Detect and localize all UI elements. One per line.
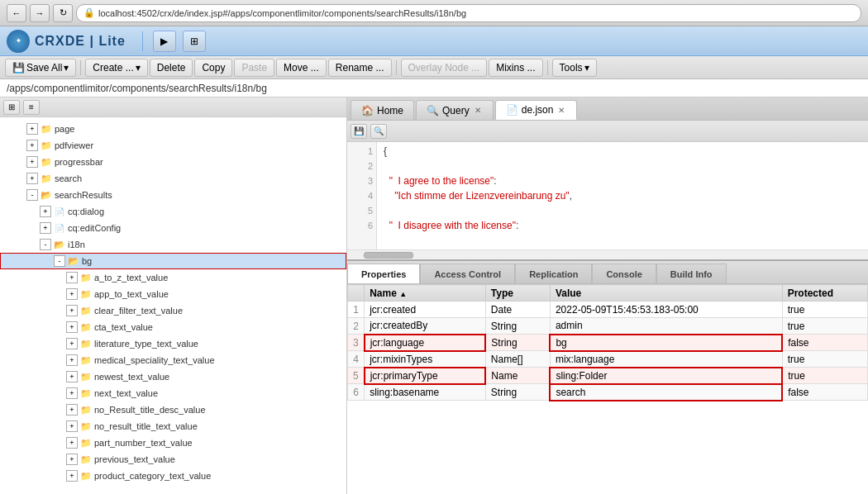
tab-dejson[interactable]: 📄 de.json ✕	[495, 100, 578, 120]
copy-button[interactable]: Copy	[194, 59, 232, 77]
code-content: { " I agree to the license": "Ich stimme…	[377, 142, 868, 249]
tree-item-a-to-z[interactable]: + 📁 a_to_z_text_value	[0, 269, 346, 286]
tool-icon-2[interactable]: ⊞	[183, 31, 206, 52]
tree-toggle-bg[interactable]: -	[54, 255, 65, 267]
tree-item-apptotextvalue[interactable]: + 📁 app_to_text_value	[0, 286, 346, 302]
tree-item-cqeditconfig[interactable]: + 📄 cq:editConfig	[0, 220, 346, 236]
table-row-jcrprimarytype[interactable]: 5 jcr:primaryType Name sling:Folder true	[348, 368, 868, 384]
tree-toggle-clearfilter[interactable]: +	[66, 305, 78, 316]
tree-item-progressbar[interactable]: + 📁 progressbar	[0, 154, 346, 170]
table-row[interactable]: 4 jcr:mixinTypes Name[] mix:language tru…	[348, 351, 868, 368]
tree-toggle-cqeditconfig[interactable]: +	[40, 222, 51, 234]
browser-toolbar: ← → ↻ 🔒 localhost:4502/crx/de/index.jsp#…	[0, 0, 868, 26]
line-numbers: 1 2 3 4 5 6	[347, 142, 377, 249]
folder-icon-i18n: 📂	[53, 238, 66, 251]
tab-build-info[interactable]: Build Info	[656, 264, 727, 283]
refresh-button[interactable]: ↻	[53, 4, 73, 22]
tree-tool-2[interactable]: ≡	[23, 100, 40, 115]
rename-button[interactable]: Rename ...	[328, 59, 392, 77]
toolbar-sep-3	[547, 60, 548, 75]
tree-item-pdfviewer[interactable]: + 📁 pdfviewer	[0, 137, 346, 154]
mixins-button[interactable]: Mixins ...	[489, 59, 542, 77]
h-scroll-thumb[interactable]	[364, 252, 413, 259]
h-scrollbar[interactable]	[347, 249, 868, 259]
tree-toggle-search[interactable]: +	[26, 173, 38, 184]
tree-item-productcat[interactable]: + 📁 product_category_text_value	[0, 468, 346, 484]
url-bar[interactable]: 🔒 localhost:4502/crx/de/index.jsp#/apps/…	[76, 4, 861, 22]
tools-button[interactable]: Tools ▾	[552, 59, 597, 77]
tree-item-cqdialog[interactable]: + 📄 cq:dialog	[0, 203, 346, 220]
tree-item-page[interactable]: + 📁 page	[0, 121, 346, 137]
tree-item-noresulttitledesc[interactable]: + 📁 no_Result_title_desc_value	[0, 401, 346, 418]
tree-area[interactable]: + 📁 page + 📁 pdfviewer + 📁 progressbar	[0, 117, 346, 494]
dejson-close-icon[interactable]: ✕	[556, 105, 566, 115]
tree-item-clearfilter[interactable]: + 📁 clear_filter_text_value	[0, 302, 346, 319]
tree-toggle-noresulttitledesc[interactable]: +	[66, 404, 78, 416]
tree-toggle-progressbar[interactable]: +	[26, 156, 38, 168]
back-button[interactable]: ←	[7, 4, 26, 22]
delete-button[interactable]: Delete	[150, 59, 193, 77]
tree-item-bg[interactable]: - 📂 bg	[0, 253, 346, 269]
tree-item-medspec[interactable]: + 📁 medical_speciality_text_value	[0, 352, 346, 368]
tree-toggle-medspec[interactable]: +	[66, 354, 78, 366]
tree-toggle-previous[interactable]: +	[66, 454, 78, 465]
folder-icon-search: 📁	[40, 172, 53, 185]
editor-tool-1[interactable]: 💾	[351, 124, 367, 139]
tab-properties[interactable]: Properties	[347, 264, 420, 283]
table-row-jcrlanguage[interactable]: 3 jcr:language String bg false	[348, 335, 868, 351]
table-row[interactable]: 2 jcr:createdBy String admin true	[348, 318, 868, 335]
tree-toggle-apptotextvalue[interactable]: +	[66, 288, 78, 300]
tab-replication[interactable]: Replication	[515, 264, 592, 283]
tree-tool-1[interactable]: ⊞	[3, 100, 20, 115]
tab-home[interactable]: 🏠 Home	[351, 100, 414, 120]
tree-item-ctatext[interactable]: + 📁 cta_text_value	[0, 319, 346, 335]
tree-toggle-ctatext[interactable]: +	[66, 321, 78, 333]
tree-toggle-littype[interactable]: +	[66, 338, 78, 349]
editor-tool-2[interactable]: 🔍	[370, 124, 387, 139]
query-close-icon[interactable]: ✕	[473, 106, 483, 116]
overlay-node-button[interactable]: Overlay Node ...	[401, 59, 488, 77]
save-all-button[interactable]: 💾 Save All ▾	[5, 59, 76, 77]
tree-item-previous[interactable]: + 📁 previous_text_value	[0, 451, 346, 468]
paste-button[interactable]: Paste	[234, 59, 274, 77]
main-area: ⊞ ≡ + 📁 page + 📁 pdfviewer + 📁	[0, 97, 868, 494]
url-text: localhost:4502/crx/de/index.jsp#/apps/co…	[98, 8, 466, 18]
table-row[interactable]: 1 jcr:created Date 2022-05-09T15:45:53.1…	[348, 302, 868, 318]
create-button[interactable]: Create ... ▾	[85, 59, 147, 77]
tree-item-littype[interactable]: + 📁 literature_type_text_value	[0, 335, 346, 352]
folder-icon-productcat: 📁	[79, 469, 93, 482]
tree-toggle-pdfviewer[interactable]: +	[26, 140, 38, 151]
tree-toggle-searchresults[interactable]: -	[26, 189, 38, 201]
tree-toggle-page[interactable]: +	[26, 123, 38, 135]
file-tree-panel: ⊞ ≡ + 📁 page + 📁 pdfviewer + 📁	[0, 97, 347, 494]
tree-toggle-atoz[interactable]: +	[66, 272, 78, 283]
tab-console[interactable]: Console	[592, 264, 656, 283]
folder-icon-littype: 📁	[79, 337, 93, 350]
col-name[interactable]: Name ▲	[365, 285, 486, 302]
breadcrumb-text: /apps/componentlimitor/components/search…	[7, 83, 267, 94]
tree-toggle-cqdialog[interactable]: +	[40, 206, 51, 217]
tree-toggle-productcat[interactable]: +	[66, 470, 78, 482]
tree-item-newest[interactable]: + 📁 newest_text_value	[0, 368, 346, 385]
move-button[interactable]: Move ...	[276, 59, 327, 77]
tab-access-control[interactable]: Access Control	[420, 264, 515, 283]
forward-button[interactable]: →	[30, 4, 50, 22]
dejson-icon: 📄	[506, 104, 518, 116]
tree-toggle-next[interactable]: +	[66, 387, 78, 399]
tree-item-searchresults[interactable]: - 📂 searchResults	[0, 187, 346, 203]
tree-toggle-newest[interactable]: +	[66, 371, 78, 382]
tree-item-i18n[interactable]: - 📂 i18n	[0, 236, 346, 253]
tree-item-next[interactable]: + 📁 next_text_value	[0, 385, 346, 401]
toolbar-sep-1	[80, 60, 81, 75]
col-value: Value	[550, 285, 782, 302]
table-row-slingbasename[interactable]: 6 sling:basename String search false	[348, 384, 868, 401]
tab-query[interactable]: 🔍 Query ✕	[416, 100, 494, 120]
tool-icon-1[interactable]: ▶	[153, 31, 176, 52]
tree-item-search[interactable]: + 📁 search	[0, 170, 346, 187]
tree-toggle-partnum[interactable]: +	[66, 437, 78, 449]
tree-toggle-i18n[interactable]: -	[40, 239, 51, 250]
app-header: ✦ CRXDE | Lite ▶ ⊞	[0, 26, 868, 56]
tree-item-partnum[interactable]: + 📁 part_number_text_value	[0, 435, 346, 451]
tree-item-noresulttitle[interactable]: + 📁 no_result_title_text_value	[0, 418, 346, 435]
tree-toggle-noresulttitle[interactable]: +	[66, 420, 78, 432]
